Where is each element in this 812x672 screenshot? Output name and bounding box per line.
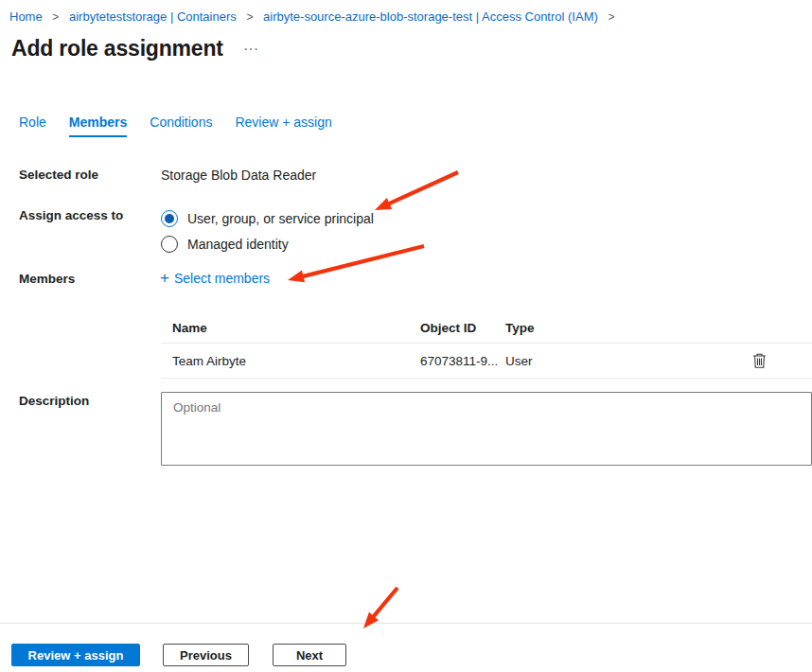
column-header-type: Type [505,321,721,335]
chevron-right-icon: > [52,10,59,24]
breadcrumb-home[interactable]: Home [9,9,43,24]
tab-role[interactable]: Role [19,115,46,137]
radio-managed-identity[interactable]: Managed identity [161,231,374,256]
selected-role-label: Selected role [19,168,98,182]
breadcrumb-access-control[interactable]: airbyte-source-azure-blob-storage-test |… [263,9,598,24]
radio-label: User, group, or service principal [187,211,374,226]
members-label: Members [19,272,75,286]
delete-member-button[interactable] [750,351,768,371]
table-row: Team Airbyte 67073811-9... User [161,344,812,379]
member-object-id: 67073811-9... [420,354,505,368]
tab-bar: Role Members Conditions Review + assign [19,115,332,137]
select-members-label: Select members [174,271,270,286]
review-assign-button[interactable]: Review + assign [11,644,140,666]
more-options-button[interactable]: ··· [244,42,259,56]
plus-icon: + [160,272,169,285]
member-name: Team Airbyte [172,354,420,368]
members-table: Name Object ID Type Team Airbyte 6707381… [161,312,812,379]
select-members-link[interactable]: + Select members [160,271,270,286]
chevron-right-icon: > [246,10,253,24]
description-label: Description [19,394,89,408]
next-button[interactable]: Next [273,644,346,666]
assign-access-to-label: Assign access to [19,208,123,222]
column-header-name: Name [172,321,420,335]
page-title: Add role assignment [11,36,223,62]
tab-conditions[interactable]: Conditions [150,115,212,137]
description-input[interactable] [161,392,812,466]
trash-icon [752,353,767,369]
selected-role-value: Storage Blob Data Reader [161,168,316,183]
radio-unselected-icon [161,236,178,253]
chevron-right-icon: > [608,10,614,24]
table-header-row: Name Object ID Type [161,312,812,344]
tab-review-assign[interactable]: Review + assign [235,115,331,137]
breadcrumb-containers[interactable]: airbyteteststorage | Containers [69,9,237,24]
radio-user-group-service-principal[interactable]: User, group, or service principal [161,205,374,231]
column-header-object-id: Object ID [420,321,505,335]
radio-label: Managed identity [187,237,289,252]
breadcrumb: Home > airbyteteststorage | Containers >… [9,9,621,24]
radio-selected-icon [161,210,178,227]
footer-divider [0,623,812,624]
assign-access-radio-group: User, group, or service principal Manage… [161,205,374,256]
member-type: User [505,354,721,368]
previous-button[interactable]: Previous [163,644,249,666]
tab-members[interactable]: Members [69,115,127,137]
